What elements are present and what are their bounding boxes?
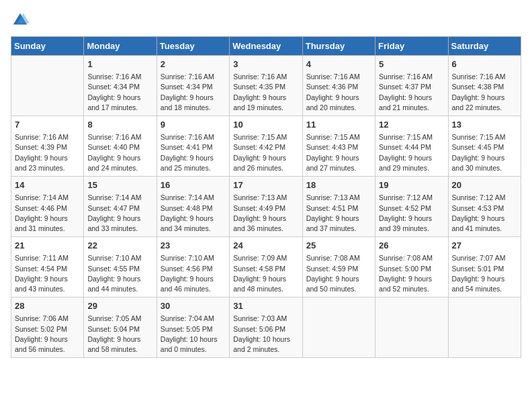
calendar-cell: 13Sunrise: 7:15 AMSunset: 4:45 PMDayligh… <box>448 116 521 177</box>
calendar-header: SundayMondayTuesdayWednesdayThursdayFrid… <box>11 37 521 56</box>
day-number: 2 <box>161 58 226 71</box>
day-info: Sunrise: 7:09 AMSunset: 4:58 PMDaylight:… <box>233 253 298 294</box>
day-number: 8 <box>87 119 152 131</box>
day-info: Sunrise: 7:16 AMSunset: 4:34 PMDaylight:… <box>161 72 226 113</box>
calendar-cell: 22Sunrise: 7:10 AMSunset: 4:55 PMDayligh… <box>84 237 157 298</box>
calendar-week-4: 21Sunrise: 7:11 AMSunset: 4:54 PMDayligh… <box>11 237 521 298</box>
day-number: 27 <box>452 240 517 252</box>
day-info: Sunrise: 7:10 AMSunset: 4:55 PMDaylight:… <box>87 253 152 294</box>
day-number: 29 <box>87 300 152 312</box>
calendar-cell: 3Sunrise: 7:16 AMSunset: 4:35 PMDaylight… <box>230 56 302 116</box>
calendar-cell: 5Sunrise: 7:16 AMSunset: 4:37 PMDaylight… <box>375 56 448 116</box>
calendar-cell: 9Sunrise: 7:16 AMSunset: 4:41 PMDaylight… <box>157 116 229 177</box>
day-info: Sunrise: 7:08 AMSunset: 4:59 PMDaylight:… <box>306 253 371 294</box>
day-number: 7 <box>15 119 80 131</box>
day-info: Sunrise: 7:04 AMSunset: 5:05 PMDaylight:… <box>161 314 226 355</box>
day-number: 9 <box>161 119 226 131</box>
day-number: 6 <box>452 58 517 71</box>
day-info: Sunrise: 7:13 AMSunset: 4:49 PMDaylight:… <box>233 193 298 234</box>
calendar-cell <box>448 298 521 358</box>
day-header-wednesday: Wednesday <box>230 37 302 56</box>
calendar-cell: 31Sunrise: 7:03 AMSunset: 5:06 PMDayligh… <box>230 298 302 358</box>
calendar-cell: 27Sunrise: 7:07 AMSunset: 5:01 PMDayligh… <box>448 237 521 298</box>
calendar-cell: 4Sunrise: 7:16 AMSunset: 4:36 PMDaylight… <box>302 56 375 116</box>
day-info: Sunrise: 7:11 AMSunset: 4:54 PMDaylight:… <box>15 253 80 294</box>
day-number: 11 <box>306 119 371 131</box>
day-number: 5 <box>379 58 444 71</box>
calendar-cell: 25Sunrise: 7:08 AMSunset: 4:59 PMDayligh… <box>302 237 375 298</box>
day-info: Sunrise: 7:05 AMSunset: 5:04 PMDaylight:… <box>87 314 152 355</box>
day-info: Sunrise: 7:12 AMSunset: 4:53 PMDaylight:… <box>452 193 517 234</box>
calendar-cell: 23Sunrise: 7:10 AMSunset: 4:56 PMDayligh… <box>157 237 229 298</box>
day-number: 4 <box>306 58 371 71</box>
day-header-monday: Monday <box>84 37 157 56</box>
calendar-cell: 7Sunrise: 7:16 AMSunset: 4:39 PMDaylight… <box>11 116 84 177</box>
day-info: Sunrise: 7:14 AMSunset: 4:47 PMDaylight:… <box>87 193 152 234</box>
calendar-cell <box>375 298 448 358</box>
day-info: Sunrise: 7:16 AMSunset: 4:36 PMDaylight:… <box>306 72 371 113</box>
day-number: 30 <box>161 300 226 312</box>
day-number: 18 <box>306 179 371 191</box>
calendar-cell: 10Sunrise: 7:15 AMSunset: 4:42 PMDayligh… <box>230 116 302 177</box>
day-header-saturday: Saturday <box>448 37 521 56</box>
day-number: 13 <box>452 119 517 131</box>
day-header-sunday: Sunday <box>11 37 84 56</box>
day-number: 31 <box>233 300 298 312</box>
calendar-cell: 21Sunrise: 7:11 AMSunset: 4:54 PMDayligh… <box>11 237 84 298</box>
day-info: Sunrise: 7:16 AMSunset: 4:39 PMDaylight:… <box>15 132 80 173</box>
day-info: Sunrise: 7:14 AMSunset: 4:46 PMDaylight:… <box>15 193 80 234</box>
calendar-cell: 26Sunrise: 7:08 AMSunset: 5:00 PMDayligh… <box>375 237 448 298</box>
day-info: Sunrise: 7:16 AMSunset: 4:41 PMDaylight:… <box>161 132 226 173</box>
day-info: Sunrise: 7:15 AMSunset: 4:44 PMDaylight:… <box>379 132 444 173</box>
calendar-cell: 1Sunrise: 7:16 AMSunset: 4:34 PMDaylight… <box>84 56 157 116</box>
page-header <box>11 11 521 30</box>
calendar-cell: 18Sunrise: 7:13 AMSunset: 4:51 PMDayligh… <box>302 177 375 237</box>
calendar-week-2: 7Sunrise: 7:16 AMSunset: 4:39 PMDaylight… <box>11 116 521 177</box>
day-number: 15 <box>87 179 152 191</box>
calendar-cell: 8Sunrise: 7:16 AMSunset: 4:40 PMDaylight… <box>84 116 157 177</box>
day-number: 10 <box>233 119 298 131</box>
day-header-thursday: Thursday <box>302 37 375 56</box>
day-number: 22 <box>87 240 152 252</box>
day-number: 17 <box>233 179 298 191</box>
calendar-cell: 12Sunrise: 7:15 AMSunset: 4:44 PMDayligh… <box>375 116 448 177</box>
calendar-table: SundayMondayTuesdayWednesdayThursdayFrid… <box>11 36 521 358</box>
day-info: Sunrise: 7:13 AMSunset: 4:51 PMDaylight:… <box>306 193 371 234</box>
calendar-cell: 17Sunrise: 7:13 AMSunset: 4:49 PMDayligh… <box>230 177 302 237</box>
calendar-week-3: 14Sunrise: 7:14 AMSunset: 4:46 PMDayligh… <box>11 177 521 237</box>
day-info: Sunrise: 7:08 AMSunset: 5:00 PMDaylight:… <box>379 253 444 294</box>
calendar-cell: 2Sunrise: 7:16 AMSunset: 4:34 PMDaylight… <box>157 56 229 116</box>
calendar-cell: 29Sunrise: 7:05 AMSunset: 5:04 PMDayligh… <box>84 298 157 358</box>
calendar-cell: 16Sunrise: 7:14 AMSunset: 4:48 PMDayligh… <box>157 177 229 237</box>
day-info: Sunrise: 7:15 AMSunset: 4:42 PMDaylight:… <box>233 132 298 173</box>
day-info: Sunrise: 7:15 AMSunset: 4:43 PMDaylight:… <box>306 132 371 173</box>
day-info: Sunrise: 7:10 AMSunset: 4:56 PMDaylight:… <box>161 253 226 294</box>
day-number: 28 <box>15 300 80 312</box>
calendar-cell: 19Sunrise: 7:12 AMSunset: 4:52 PMDayligh… <box>375 177 448 237</box>
day-number: 16 <box>161 179 226 191</box>
day-number: 24 <box>233 240 298 252</box>
day-info: Sunrise: 7:03 AMSunset: 5:06 PMDaylight:… <box>233 314 298 355</box>
calendar-cell: 20Sunrise: 7:12 AMSunset: 4:53 PMDayligh… <box>448 177 521 237</box>
day-number: 23 <box>161 240 226 252</box>
day-info: Sunrise: 7:16 AMSunset: 4:34 PMDaylight:… <box>87 72 152 113</box>
day-info: Sunrise: 7:16 AMSunset: 4:40 PMDaylight:… <box>87 132 152 173</box>
calendar-cell: 15Sunrise: 7:14 AMSunset: 4:47 PMDayligh… <box>84 177 157 237</box>
logo <box>11 11 30 30</box>
day-number: 26 <box>379 240 444 252</box>
calendar-cell: 11Sunrise: 7:15 AMSunset: 4:43 PMDayligh… <box>302 116 375 177</box>
calendar-week-5: 28Sunrise: 7:06 AMSunset: 5:02 PMDayligh… <box>11 298 521 358</box>
logo-icon <box>11 11 30 30</box>
calendar-cell: 30Sunrise: 7:04 AMSunset: 5:05 PMDayligh… <box>157 298 229 358</box>
day-info: Sunrise: 7:07 AMSunset: 5:01 PMDaylight:… <box>452 253 517 294</box>
calendar-cell: 14Sunrise: 7:14 AMSunset: 4:46 PMDayligh… <box>11 177 84 237</box>
day-info: Sunrise: 7:16 AMSunset: 4:37 PMDaylight:… <box>379 72 444 113</box>
day-info: Sunrise: 7:16 AMSunset: 4:38 PMDaylight:… <box>452 72 517 113</box>
calendar-cell: 6Sunrise: 7:16 AMSunset: 4:38 PMDaylight… <box>448 56 521 116</box>
calendar-cell: 28Sunrise: 7:06 AMSunset: 5:02 PMDayligh… <box>11 298 84 358</box>
day-number: 14 <box>15 179 80 191</box>
day-info: Sunrise: 7:12 AMSunset: 4:52 PMDaylight:… <box>379 193 444 234</box>
day-number: 25 <box>306 240 371 252</box>
calendar-week-1: 1Sunrise: 7:16 AMSunset: 4:34 PMDaylight… <box>11 56 521 116</box>
day-header-tuesday: Tuesday <box>157 37 229 56</box>
